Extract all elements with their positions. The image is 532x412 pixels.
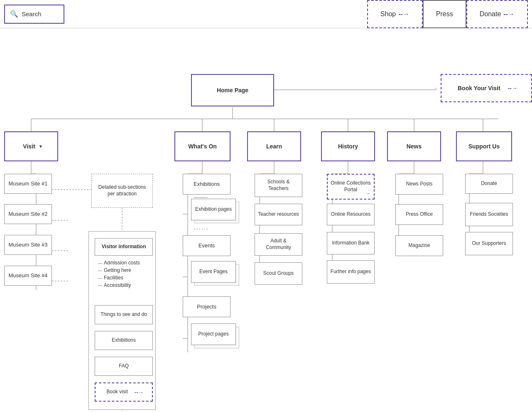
museum-site-2-label: Museum Site #2: [6, 207, 50, 222]
whats-on-exhibitions-label: Exhibitions: [191, 177, 222, 192]
things-label: Things to see and do: [98, 307, 150, 322]
our-supporters[interactable]: Our Supporters: [465, 232, 513, 255]
donate-button[interactable]: Donate --→: [466, 0, 528, 28]
history-label: History: [336, 138, 360, 154]
faq-box[interactable]: FAQ: [95, 357, 153, 376]
information-bank[interactable]: Information Bank: [327, 232, 375, 254]
teacher-resources[interactable]: Teacher resources: [255, 204, 302, 225]
visit-chevron-icon: ▾: [39, 143, 42, 149]
detailed-sub-label: Detailed sub-sections per attraction: [92, 180, 152, 201]
information-bank-label: Information Bank: [329, 237, 372, 250]
top-right-buttons: Shop --→ Press Donate --→: [367, 0, 528, 28]
adult-community[interactable]: Adult & Community: [255, 233, 302, 256]
bullet-4: —: [98, 283, 102, 288]
shop-arrow: --→: [398, 10, 409, 18]
online-resources[interactable]: Online Resources: [327, 204, 375, 225]
press-button[interactable]: Press: [423, 0, 466, 28]
book-visit-arrow: --→: [135, 389, 144, 395]
sitemap-diagram: Home Page Book Your Visit --→ Visit ▾ Wh…: [0, 28, 532, 412]
museum-site-3[interactable]: Museum Site #3: [4, 235, 52, 255]
whats-on-exhibitions[interactable]: Exhibitions: [183, 174, 230, 195]
admission-costs: Admission costs: [104, 260, 140, 266]
further-info[interactable]: Further info pages: [327, 260, 375, 284]
bullet-3: —: [98, 276, 102, 280]
bullet-2: —: [98, 268, 102, 273]
donate-arrow: --→: [503, 10, 515, 18]
visitor-info-label: Visitor information: [99, 239, 148, 254]
exhibition-pages-label: Exhibition pages: [193, 203, 234, 216]
schools-teachers-label: Schools & Teachers: [255, 175, 302, 195]
adult-community-label: Adult & Community: [255, 234, 302, 254]
book-your-visit-button[interactable]: Book Your Visit --→: [441, 74, 532, 102]
book-visit-label: Book visit: [104, 385, 130, 400]
press-office-label: Press Office: [403, 208, 435, 221]
support-us-label: Support Us: [466, 138, 502, 154]
news-posts[interactable]: News Posts: [395, 174, 443, 195]
scout-groups[interactable]: Scout Groups: [255, 262, 302, 285]
scout-groups-label: Scout Groups: [261, 267, 296, 280]
museum-site-1-label: Museum Site #1: [6, 176, 50, 192]
book-your-visit-label: Book Your Visit: [455, 80, 503, 96]
event-pages[interactable]: Event Pages: [191, 261, 236, 283]
page-wrapper: 🔍 Search Shop --→ Press Donate --→: [0, 0, 532, 412]
whats-on-events[interactable]: Events: [183, 235, 230, 256]
bullet-1: —: [98, 261, 102, 265]
search-box[interactable]: 🔍 Search: [4, 5, 64, 24]
accessibility: Accessibility: [104, 282, 131, 288]
news-posts-label: News Posts: [404, 178, 435, 191]
visitor-info-items: — Admission costs — Getting here — Facil…: [95, 258, 153, 290]
nav-whats-on[interactable]: What's On: [174, 131, 230, 161]
nav-news[interactable]: News: [387, 131, 441, 161]
further-info-label: Further info pages: [328, 265, 373, 279]
faq-label: FAQ: [116, 359, 131, 374]
nav-learn[interactable]: Learn: [247, 131, 301, 161]
news-label: News: [404, 138, 424, 154]
online-resources-label: Online Resources: [329, 208, 373, 221]
home-page-label: Home Page: [214, 82, 251, 98]
detailed-sub-sections: Detailed sub-sections per attraction: [91, 174, 153, 208]
support-donate[interactable]: Donate: [465, 174, 513, 194]
search-label: Search: [22, 10, 42, 17]
online-collections[interactable]: Online Collections Portal →: [327, 174, 375, 200]
visit-exhibitions-label: Exhibitions: [109, 333, 138, 348]
whats-on-label: What's On: [186, 138, 219, 154]
nav-history[interactable]: History: [321, 131, 375, 161]
events-label: Events: [196, 238, 218, 254]
nav-visit[interactable]: Visit ▾: [4, 131, 58, 161]
magazine-label: Magazine: [406, 239, 432, 252]
things-to-see[interactable]: Things to see and do: [95, 305, 153, 324]
our-supporters-label: Our Supporters: [469, 237, 508, 250]
whats-on-projects[interactable]: Projects: [183, 296, 230, 317]
support-donate-label: Donate: [478, 177, 500, 190]
magazine[interactable]: Magazine: [395, 235, 443, 256]
museum-site-3-label: Museum Site #3: [6, 237, 50, 253]
project-pages[interactable]: Project pages: [191, 323, 236, 345]
schools-teachers[interactable]: Schools & Teachers: [255, 174, 302, 197]
museum-site-4-label: Museum Site #4: [6, 268, 50, 284]
visit-label: Visit: [20, 138, 37, 154]
book-your-visit-arrow: --→: [508, 85, 517, 91]
top-bar: 🔍 Search Shop --→ Press Donate --→: [0, 0, 532, 28]
museum-site-1[interactable]: Museum Site #1: [4, 174, 52, 194]
facilities: Facilities: [104, 275, 123, 281]
project-pages-label: Project pages: [196, 328, 231, 341]
shop-button[interactable]: Shop --→: [367, 0, 423, 28]
book-visit-box[interactable]: Book visit --→: [95, 382, 153, 402]
museum-site-4[interactable]: Museum Site #4: [4, 266, 52, 286]
museum-site-2[interactable]: Museum Site #2: [4, 204, 52, 224]
learn-label: Learn: [264, 138, 284, 154]
visitor-info-box[interactable]: Visitor information: [95, 238, 153, 256]
online-collections-arrow: →: [365, 190, 370, 196]
event-pages-label: Event Pages: [197, 265, 230, 279]
home-page-box[interactable]: Home Page: [191, 74, 274, 106]
visit-exhibitions[interactable]: Exhibitions: [95, 331, 153, 350]
friends-societies-label: Friends Societies: [467, 208, 510, 221]
search-icon: 🔍: [10, 10, 18, 18]
getting-here: Getting here: [104, 267, 131, 273]
friends-societies[interactable]: Friends Societies: [465, 203, 513, 226]
press-office[interactable]: Press Office: [395, 204, 443, 225]
projects-label: Projects: [194, 299, 219, 315]
exhibition-pages[interactable]: Exhibition pages: [191, 199, 236, 220]
nav-support-us[interactable]: Support Us: [456, 131, 512, 161]
teacher-resources-label: Teacher resources: [255, 208, 302, 221]
